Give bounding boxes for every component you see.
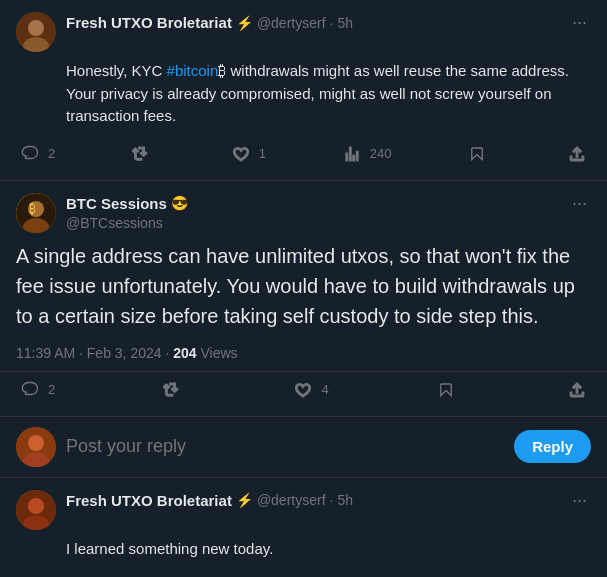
- like-icon: [227, 140, 255, 168]
- tweet-2-meta: 11:39 AM · Feb 3, 2024 · 204 Views: [0, 339, 607, 372]
- like-icon-2: [289, 376, 317, 404]
- tweet-1-badge: ⚡: [236, 15, 253, 31]
- tweet-3-share-action[interactable]: [563, 572, 591, 577]
- tweet-1-comment-count: 2: [48, 146, 55, 161]
- tweet-2-more-button[interactable]: ···: [568, 193, 591, 214]
- tweet-2-share-action[interactable]: [563, 376, 591, 404]
- tweet-1-like-count: 1: [259, 146, 266, 161]
- tweet-1-time: 5h: [337, 15, 353, 31]
- share-icon: [563, 140, 591, 168]
- tweet-2-body: A single address can have unlimited utxo…: [0, 237, 607, 339]
- tweet-1-username: @dertyserf: [257, 15, 326, 31]
- retweet-icon-2: [158, 376, 186, 404]
- tweet-2-like-action[interactable]: 4: [289, 376, 328, 404]
- reply-button[interactable]: Reply: [514, 430, 591, 463]
- share-icon-3: [563, 572, 591, 577]
- reply-input[interactable]: [66, 436, 504, 457]
- tweet-3-like-action[interactable]: 1: [223, 572, 262, 577]
- views-icon-3: [338, 572, 366, 577]
- tweet-3-more-button[interactable]: ···: [568, 490, 591, 511]
- tweet-1-display-name: Fresh UTXO Broletariat: [66, 14, 232, 31]
- tweet-3-retweet-action[interactable]: [119, 572, 147, 577]
- tweet-3-bookmark-action[interactable]: [460, 572, 488, 577]
- tweet-3-badge: ⚡: [236, 492, 253, 508]
- tweet-2-comment-count: 2: [48, 382, 55, 397]
- tweet-3-header: Fresh UTXO Broletariat ⚡ @dertyserf · 5h…: [66, 490, 591, 511]
- tweet-3: Fresh UTXO Broletariat ⚡ @dertyserf · 5h…: [0, 478, 607, 578]
- tweet-2-username: @BTCsessions: [66, 215, 163, 231]
- bookmark-icon: [463, 140, 491, 168]
- tweet-1-retweet-action[interactable]: [127, 140, 155, 168]
- tweet-1-views-action[interactable]: 240: [338, 140, 392, 168]
- tweet-2-like-count: 4: [321, 382, 328, 397]
- reply-box: Reply: [0, 417, 607, 478]
- tweet-2-actions: 2 4: [0, 372, 607, 416]
- bookmark-icon-2: [432, 376, 460, 404]
- tweet-1-like-action[interactable]: 1: [227, 140, 266, 168]
- tweet-3-body: I learned something new today.: [0, 534, 607, 569]
- comment-icon: [16, 140, 44, 168]
- tweet-1-views-count: 240: [370, 146, 392, 161]
- tweet-1-actions: 2 1 240: [0, 136, 607, 180]
- bookmark-icon-3: [460, 572, 488, 577]
- comment-icon-2: [16, 376, 44, 404]
- svg-point-11: [28, 498, 44, 514]
- tweet-3-display-name: Fresh UTXO Broletariat: [66, 492, 232, 509]
- tweet-3-actions: 1 64: [0, 568, 607, 577]
- tweet-2: ₿ BTC Sessions 😎 ··· @BTCsessions A sing…: [0, 181, 607, 417]
- tweet-3-avatar: [16, 490, 56, 530]
- tweet-1-share-action[interactable]: [563, 140, 591, 168]
- tweet-2-header: BTC Sessions 😎 ··· @BTCsessions: [66, 193, 591, 232]
- tweet-2-avatar: ₿: [16, 193, 56, 233]
- svg-point-1: [28, 20, 44, 36]
- svg-point-8: [28, 435, 44, 451]
- tweet-1-more-button[interactable]: ···: [568, 12, 591, 33]
- tweet-2-views-count: 204: [173, 345, 196, 361]
- retweet-icon: [127, 140, 155, 168]
- tweet-1-body: Honestly, KYC #bitcoin₿ withdrawals migh…: [0, 56, 607, 136]
- tweet-3-comment-action[interactable]: [16, 572, 44, 577]
- share-icon-2: [563, 376, 591, 404]
- svg-text:₿: ₿: [29, 201, 36, 216]
- retweet-icon-3: [119, 572, 147, 577]
- tweet-2-badge: 😎: [171, 195, 188, 211]
- tweet-2-display-name: BTC Sessions: [66, 195, 167, 212]
- tweet-2-retweet-action[interactable]: [158, 376, 186, 404]
- reply-avatar: [16, 427, 56, 467]
- like-icon-3: [223, 572, 251, 577]
- tweet-3-time: 5h: [337, 492, 353, 508]
- tweet-1: Fresh UTXO Broletariat ⚡ @dertyserf · 5h…: [0, 0, 607, 181]
- tweet-2-bookmark-action[interactable]: [432, 376, 460, 404]
- tweet-1-comment-action[interactable]: 2: [16, 140, 55, 168]
- tweet-3-username: @dertyserf: [257, 492, 326, 508]
- views-icon: [338, 140, 366, 168]
- tweet-1-header: Fresh UTXO Broletariat ⚡ @dertyserf · 5h…: [66, 12, 591, 33]
- comment-icon-3: [16, 572, 44, 577]
- tweet-3-views-action[interactable]: 64: [338, 572, 384, 577]
- tweet-1-avatar: [16, 12, 56, 52]
- tweet-1-hashtag[interactable]: #bitcoin: [167, 62, 219, 79]
- tweet-1-bookmark-action[interactable]: [463, 140, 491, 168]
- tweet-2-comment-action[interactable]: 2: [16, 376, 55, 404]
